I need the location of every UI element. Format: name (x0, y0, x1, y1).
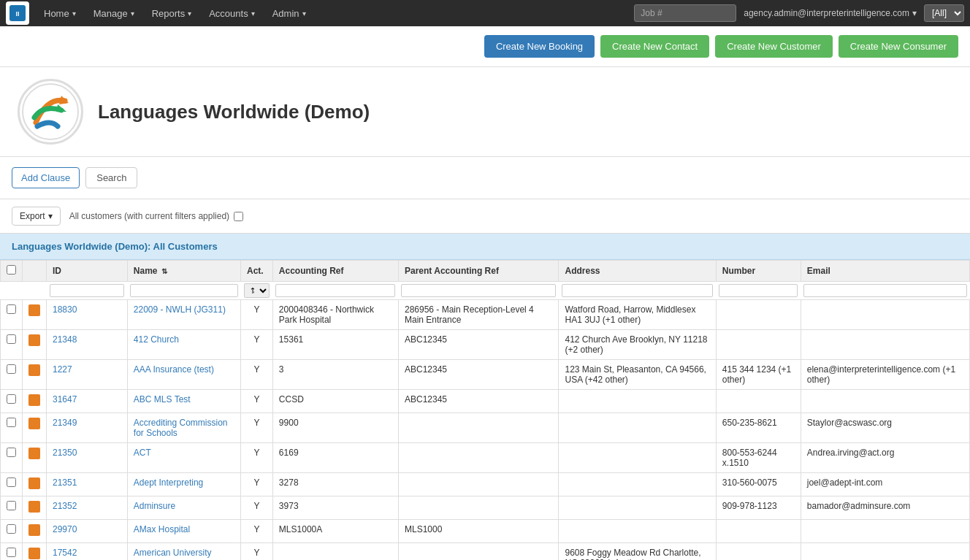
row-icon-cell (23, 520, 47, 543)
row-checkbox[interactable] (7, 364, 16, 374)
name-link[interactable]: Accrediting Commission for Schools (134, 418, 228, 438)
nav-accounts[interactable]: Accounts ▾ (200, 0, 263, 26)
filter-address-input[interactable] (562, 284, 713, 297)
nav-home[interactable]: Home ▾ (35, 0, 85, 26)
name-link[interactable]: Adminsure (134, 501, 175, 511)
row-checkbox[interactable] (7, 448, 16, 457)
create-new-consumer-button[interactable]: Create New Consumer (839, 35, 958, 58)
name-link[interactable]: 412 Church (134, 334, 179, 345)
nav-reports[interactable]: Reports ▾ (143, 0, 201, 26)
create-new-booking-button[interactable]: Create New Booking (484, 35, 595, 58)
row-orange-icon[interactable] (28, 477, 40, 489)
th-parent-accounting-ref: Parent Accounting Ref (398, 261, 559, 282)
row-checkbox[interactable] (7, 394, 16, 404)
row-orange-icon[interactable] (28, 364, 40, 376)
nav-logo-icon: II (6, 1, 29, 25)
row-accounting-ref: CCSD (272, 390, 398, 413)
name-link[interactable]: ABC MLS Test (134, 394, 191, 404)
filter-checkbox[interactable] (234, 212, 243, 221)
create-new-customer-button[interactable]: Create New Customer (715, 35, 833, 58)
row-parent-accounting-ref: MLS1000 (398, 520, 559, 543)
export-bar: Export ▾ All customers (with current fil… (0, 199, 970, 234)
filter-acref-input[interactable] (275, 284, 395, 297)
th-name[interactable]: Name ⇅ (127, 261, 240, 282)
filter-email-input[interactable] (803, 284, 966, 297)
job-search-input[interactable] (634, 4, 736, 22)
export-button[interactable]: Export ▾ (12, 207, 61, 226)
filter-id-input[interactable] (50, 284, 125, 297)
admin-chevron-icon: ▾ (302, 9, 306, 18)
row-checkbox[interactable] (7, 501, 16, 510)
name-link[interactable]: ACT (134, 448, 151, 458)
name-link[interactable]: Adept Interpreting (134, 477, 203, 488)
id-link[interactable]: 1227 (53, 364, 72, 375)
name-link[interactable]: AAA Insurance (test) (134, 364, 214, 375)
row-parent-accounting-ref: ABC12345 (398, 390, 559, 413)
filter-name-input[interactable] (130, 284, 237, 297)
row-checkbox[interactable] (7, 548, 16, 557)
filter-acref-cell (272, 282, 398, 300)
name-link[interactable]: AMax Hospital (134, 524, 190, 534)
row-orange-icon[interactable] (28, 448, 40, 459)
row-orange-icon[interactable] (28, 334, 40, 346)
row-checkbox[interactable] (7, 418, 16, 427)
row-checkbox[interactable] (7, 334, 16, 344)
search-button[interactable]: Search (85, 167, 137, 188)
nav-admin[interactable]: Admin ▾ (264, 0, 315, 26)
row-orange-icon[interactable] (28, 304, 40, 316)
row-checkbox[interactable] (7, 477, 16, 487)
filter-description: All customers (with current filters appl… (69, 211, 243, 221)
id-link[interactable]: 17542 (53, 548, 77, 558)
id-link[interactable]: 21352 (53, 501, 77, 511)
scope-select[interactable]: [All] (924, 4, 964, 22)
accounts-chevron-icon: ▾ (251, 9, 255, 18)
th-select-all[interactable] (1, 261, 23, 282)
add-clause-button[interactable]: Add Clause (12, 167, 80, 188)
row-accounting-ref: MLS1000A (272, 520, 398, 543)
select-all-checkbox[interactable] (7, 265, 16, 275)
row-orange-icon[interactable] (28, 548, 40, 559)
row-address (559, 520, 716, 543)
th-address: Address (559, 261, 716, 282)
row-act: Y (241, 543, 273, 561)
svg-point-2 (23, 84, 78, 139)
row-orange-icon[interactable] (28, 418, 40, 429)
filter-act-select[interactable]: ⇅ (244, 283, 270, 298)
row-address: 123 Main St, Pleasanton, CA 94566, USA (… (559, 360, 716, 390)
row-orange-icon[interactable] (28, 524, 40, 536)
id-link[interactable]: 31647 (53, 394, 77, 404)
row-icon-cell (23, 473, 47, 496)
row-accounting-ref: 2000408346 - Northwick Park Hospital (272, 300, 398, 330)
row-orange-icon[interactable] (28, 394, 40, 406)
filter-number-input[interactable] (719, 284, 798, 297)
id-link[interactable]: 21349 (53, 418, 77, 428)
row-orange-icon[interactable] (28, 501, 40, 513)
customers-table-section: Languages Worldwide (Demo): All Customer… (0, 234, 970, 560)
row-icon-cell (23, 300, 47, 330)
row-checkbox-cell (1, 330, 23, 360)
filter-pacref-input[interactable] (401, 284, 556, 297)
row-checkbox[interactable] (7, 524, 16, 534)
row-id: 21352 (47, 496, 128, 520)
row-checkbox[interactable] (7, 304, 16, 314)
row-email: joel@adept-int.com (801, 473, 969, 496)
row-number (716, 520, 801, 543)
row-parent-accounting-ref (398, 543, 559, 561)
name-link[interactable]: 22009 - NWLH (JG311) (134, 304, 226, 315)
table-row: 21352 Adminsure Y 3973 909-978-1123 bama… (1, 496, 970, 520)
table-row: 21351 Adept Interpreting Y 3278 310-560-… (1, 473, 970, 496)
id-link[interactable]: 29970 (53, 524, 77, 534)
row-accounting-ref: 3 (272, 360, 398, 390)
company-logo-area: Languages Worldwide (Demo) (0, 67, 970, 157)
nav-manage[interactable]: Manage ▾ (85, 0, 143, 26)
th-act: Act. (241, 261, 273, 282)
id-link[interactable]: 21348 (53, 334, 77, 345)
row-checkbox-cell (1, 496, 23, 520)
id-link[interactable]: 18830 (53, 304, 77, 315)
create-new-contact-button[interactable]: Create New Contact (600, 35, 709, 58)
row-number: 909-978-1123 (716, 496, 801, 520)
th-id[interactable]: ID (47, 261, 128, 282)
id-link[interactable]: 21350 (53, 448, 77, 458)
id-link[interactable]: 21351 (53, 477, 77, 488)
name-link[interactable]: American University (134, 548, 212, 558)
